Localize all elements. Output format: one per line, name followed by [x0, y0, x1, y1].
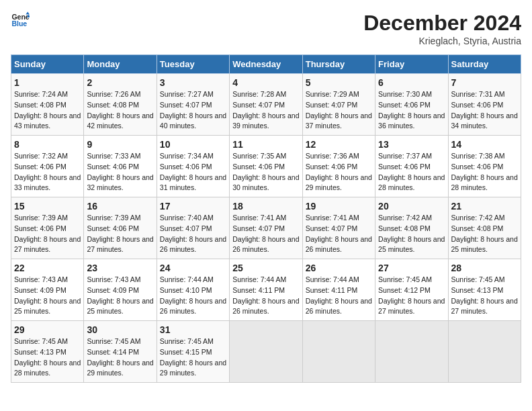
calendar-cell: 26Sunrise: 7:44 AMSunset: 4:11 PMDayligh…	[302, 259, 375, 321]
day-number: 12	[306, 139, 372, 150]
day-info: Sunrise: 7:26 AMSunset: 4:08 PMDaylight:…	[87, 89, 153, 132]
day-number: 11	[232, 139, 299, 150]
location-subtitle: Krieglach, Styria, Austria	[363, 36, 521, 46]
day-header-monday: Monday	[84, 55, 157, 74]
calendar-cell: 13Sunrise: 7:37 AMSunset: 4:06 PMDayligh…	[375, 136, 448, 197]
day-number: 14	[451, 139, 518, 150]
day-info: Sunrise: 7:44 AMSunset: 4:11 PMDaylight:…	[306, 275, 372, 317]
day-number: 10	[160, 139, 226, 150]
week-row-3: 15Sunrise: 7:39 AMSunset: 4:06 PMDayligh…	[11, 197, 521, 259]
day-info: Sunrise: 7:45 AMSunset: 4:15 PMDaylight:…	[160, 336, 226, 379]
calendar-cell: 27Sunrise: 7:45 AMSunset: 4:12 PMDayligh…	[375, 259, 448, 321]
day-number: 8	[14, 139, 81, 150]
day-number: 24	[160, 263, 226, 273]
logo-icon: General Blue	[11, 11, 30, 30]
calendar-cell: 20Sunrise: 7:42 AMSunset: 4:08 PMDayligh…	[375, 197, 448, 259]
day-number: 1	[14, 77, 81, 88]
day-number: 4	[232, 77, 299, 88]
day-info: Sunrise: 7:29 AMSunset: 4:07 PMDaylight:…	[306, 89, 372, 132]
day-info: Sunrise: 7:31 AMSunset: 4:06 PMDaylight:…	[451, 89, 518, 132]
day-info: Sunrise: 7:35 AMSunset: 4:06 PMDaylight:…	[232, 151, 299, 193]
day-info: Sunrise: 7:45 AMSunset: 4:13 PMDaylight:…	[14, 336, 81, 379]
calendar-cell: 5Sunrise: 7:29 AMSunset: 4:07 PMDaylight…	[302, 74, 375, 136]
day-number: 19	[306, 201, 372, 212]
day-number: 2	[87, 77, 153, 88]
calendar-cell: 23Sunrise: 7:43 AMSunset: 4:09 PMDayligh…	[84, 259, 157, 321]
day-header-sunday: Sunday	[11, 55, 84, 74]
calendar-cell: 1Sunrise: 7:24 AMSunset: 4:08 PMDaylight…	[11, 74, 84, 136]
day-info: Sunrise: 7:37 AMSunset: 4:06 PMDaylight:…	[378, 151, 445, 193]
week-row-2: 8Sunrise: 7:32 AMSunset: 4:06 PMDaylight…	[11, 136, 521, 197]
calendar-cell	[230, 321, 302, 383]
calendar-cell	[448, 321, 521, 383]
day-info: Sunrise: 7:41 AMSunset: 4:07 PMDaylight:…	[306, 213, 372, 255]
day-header-saturday: Saturday	[448, 55, 521, 74]
day-number: 22	[14, 263, 81, 273]
day-info: Sunrise: 7:36 AMSunset: 4:06 PMDaylight:…	[306, 151, 372, 193]
calendar-table: SundayMondayTuesdayWednesdayThursdayFrid…	[11, 54, 521, 383]
calendar-cell: 10Sunrise: 7:34 AMSunset: 4:06 PMDayligh…	[157, 136, 229, 197]
day-info: Sunrise: 7:38 AMSunset: 4:06 PMDaylight:…	[451, 151, 518, 193]
day-number: 3	[160, 77, 226, 88]
day-header-wednesday: Wednesday	[230, 55, 302, 74]
day-header-thursday: Thursday	[302, 55, 375, 74]
week-row-4: 22Sunrise: 7:43 AMSunset: 4:09 PMDayligh…	[11, 259, 521, 321]
calendar-cell: 29Sunrise: 7:45 AMSunset: 4:13 PMDayligh…	[11, 321, 84, 383]
calendar-cell: 14Sunrise: 7:38 AMSunset: 4:06 PMDayligh…	[448, 136, 521, 197]
day-info: Sunrise: 7:42 AMSunset: 4:08 PMDaylight:…	[378, 213, 445, 255]
svg-text:Blue: Blue	[11, 19, 27, 28]
calendar-cell: 2Sunrise: 7:26 AMSunset: 4:08 PMDaylight…	[84, 74, 157, 136]
calendar-cell: 19Sunrise: 7:41 AMSunset: 4:07 PMDayligh…	[302, 197, 375, 259]
calendar-cell: 3Sunrise: 7:27 AMSunset: 4:07 PMDaylight…	[157, 74, 229, 136]
month-title: December 2024	[363, 11, 521, 36]
day-info: Sunrise: 7:43 AMSunset: 4:09 PMDaylight:…	[14, 275, 81, 317]
day-number: 23	[87, 263, 153, 273]
day-header-friday: Friday	[375, 55, 448, 74]
calendar-cell: 7Sunrise: 7:31 AMSunset: 4:06 PMDaylight…	[448, 74, 521, 136]
day-number: 18	[232, 201, 299, 212]
calendar-cell: 17Sunrise: 7:40 AMSunset: 4:07 PMDayligh…	[157, 197, 229, 259]
calendar-cell: 25Sunrise: 7:44 AMSunset: 4:11 PMDayligh…	[230, 259, 302, 321]
day-number: 31	[160, 324, 226, 335]
day-number: 27	[378, 263, 445, 273]
day-info: Sunrise: 7:39 AMSunset: 4:06 PMDaylight:…	[87, 213, 153, 255]
week-row-1: 1Sunrise: 7:24 AMSunset: 4:08 PMDaylight…	[11, 74, 521, 136]
calendar-cell	[302, 321, 375, 383]
day-number: 16	[87, 201, 153, 212]
day-info: Sunrise: 7:34 AMSunset: 4:06 PMDaylight:…	[160, 151, 226, 193]
calendar-cell	[375, 321, 448, 383]
calendar-cell: 12Sunrise: 7:36 AMSunset: 4:06 PMDayligh…	[302, 136, 375, 197]
day-info: Sunrise: 7:27 AMSunset: 4:07 PMDaylight:…	[160, 89, 226, 132]
day-number: 7	[451, 77, 518, 88]
day-number: 9	[87, 139, 153, 150]
day-number: 26	[306, 263, 372, 273]
calendar-cell: 6Sunrise: 7:30 AMSunset: 4:06 PMDaylight…	[375, 74, 448, 136]
day-info: Sunrise: 7:44 AMSunset: 4:10 PMDaylight:…	[160, 275, 226, 317]
day-info: Sunrise: 7:42 AMSunset: 4:08 PMDaylight:…	[451, 213, 518, 255]
header-row: SundayMondayTuesdayWednesdayThursdayFrid…	[11, 55, 521, 74]
day-info: Sunrise: 7:44 AMSunset: 4:11 PMDaylight:…	[232, 275, 299, 317]
day-info: Sunrise: 7:33 AMSunset: 4:06 PMDaylight:…	[87, 151, 153, 193]
page-header: General Blue December 2024 Krieglach, St…	[11, 11, 521, 46]
calendar-cell: 22Sunrise: 7:43 AMSunset: 4:09 PMDayligh…	[11, 259, 84, 321]
day-number: 20	[378, 201, 445, 212]
week-row-5: 29Sunrise: 7:45 AMSunset: 4:13 PMDayligh…	[11, 321, 521, 383]
calendar-cell: 8Sunrise: 7:32 AMSunset: 4:06 PMDaylight…	[11, 136, 84, 197]
calendar-cell: 15Sunrise: 7:39 AMSunset: 4:06 PMDayligh…	[11, 197, 84, 259]
day-number: 29	[14, 324, 81, 335]
calendar-cell: 24Sunrise: 7:44 AMSunset: 4:10 PMDayligh…	[157, 259, 229, 321]
day-info: Sunrise: 7:32 AMSunset: 4:06 PMDaylight:…	[14, 151, 81, 193]
day-number: 25	[232, 263, 299, 273]
logo: General Blue	[11, 11, 30, 30]
day-number: 21	[451, 201, 518, 212]
calendar-cell: 21Sunrise: 7:42 AMSunset: 4:08 PMDayligh…	[448, 197, 521, 259]
calendar-cell: 11Sunrise: 7:35 AMSunset: 4:06 PMDayligh…	[230, 136, 302, 197]
day-info: Sunrise: 7:45 AMSunset: 4:13 PMDaylight:…	[451, 275, 518, 317]
day-header-tuesday: Tuesday	[157, 55, 229, 74]
day-number: 30	[87, 324, 153, 335]
day-number: 13	[378, 139, 445, 150]
day-info: Sunrise: 7:43 AMSunset: 4:09 PMDaylight:…	[87, 275, 153, 317]
calendar-cell: 28Sunrise: 7:45 AMSunset: 4:13 PMDayligh…	[448, 259, 521, 321]
day-number: 5	[306, 77, 372, 88]
day-number: 17	[160, 201, 226, 212]
